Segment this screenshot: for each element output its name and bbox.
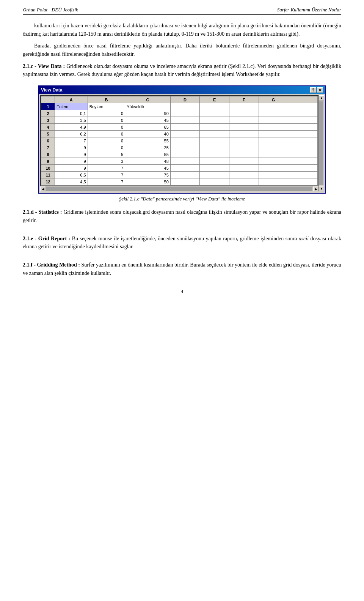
header-right: Surfer Kullanımı Üzerine Notlar [277,7,341,13]
row-num-2: 2 [41,110,55,117]
scrollbar-right-btn[interactable]: ▶ [313,186,318,192]
col-header-rownum [41,96,55,103]
cell-10c: 45 [125,165,171,172]
cell-5a: 6,2 [55,131,88,137]
col-header-row: A B C D E F G [41,96,318,103]
cell-11d [170,172,200,178]
cell-5h [288,131,318,137]
cell-12g [259,178,288,185]
paragraph-6: 2.1.f - Gridding Method : Surfer yazılım… [23,261,341,277]
view-data-dialog: View Data ? ✕ A B [38,85,326,194]
cell-12c: 50 [125,178,171,185]
col-header-a: A [55,96,88,103]
cell-6c: 55 [125,137,171,144]
table-row: 8 9 5 55 [41,151,318,158]
paragraph-4: 2.1.d - Statistics : Gridleme işleminden… [23,208,341,224]
scrollbar-track-h[interactable] [46,187,312,191]
spreadsheet-table: A B C D E F G [41,96,318,185]
dialog-titlebar-buttons: ? ✕ [310,87,323,93]
scrollbar-horizontal[interactable]: ◀ ▶ [40,186,318,191]
cell-4c: 65 [125,124,171,131]
row-num-5: 5 [41,131,55,137]
section-heading-2-1-e: 2.1.e - Grid Report : [23,236,70,241]
cell-8c: 55 [125,151,171,158]
cell-4d [170,124,200,131]
cell-1b: Boylam [88,103,125,110]
col-header-c: C [125,96,171,103]
cell-10a: 9 [55,165,88,172]
cell-2b: 0 [88,110,125,117]
cell-4g [259,124,288,131]
cell-9a: 9 [55,158,88,165]
cell-1e [200,103,229,110]
cell-10b: 7 [88,165,125,172]
cell-7g [259,144,288,151]
table-row: 4 4,9 0 65 [41,124,318,131]
cell-8f [229,151,259,158]
cell-11c: 75 [125,172,171,178]
cell-12b: 7 [88,178,125,185]
cell-7a: 9 [55,144,88,151]
scrollbar-up-btn[interactable]: ▲ [319,95,324,101]
cell-1a[interactable]: Enlem [55,103,88,110]
cell-4b: 0 [88,124,125,131]
cell-12a: 4,5 [55,178,88,185]
cell-3f [229,117,259,124]
cell-1f [229,103,259,110]
underlined-text: Surfer yazılımının en önemli kısımlarınd… [82,262,189,268]
row-num-11: 11 [41,172,55,178]
cell-4a: 4,9 [55,124,88,131]
cell-10h [288,165,318,172]
cell-2d [170,110,200,117]
row-num-7: 7 [41,144,55,151]
fig-caption: Şekil 2.1.c "Data" penceresinde veriyi "… [23,196,341,202]
dialog-help-button[interactable]: ? [310,87,316,93]
cell-2c: 90 [125,110,171,117]
row-num-6: 6 [41,137,55,144]
scrollbar-vertical[interactable]: ▲ ▼ [318,95,324,191]
cell-10d [170,165,200,172]
scrollbar-left-btn[interactable]: ◀ [40,186,46,192]
page-number: 4 [23,289,341,295]
cell-3b: 0 [88,117,125,124]
cell-11b: 7 [88,172,125,178]
section-heading-2-1-d: 2.1.d - Statistics : [23,209,62,215]
cell-11g [259,172,288,178]
cell-8d [170,151,200,158]
cell-7h [288,144,318,151]
cell-12e [200,178,229,185]
cell-3a: 3,5 [55,117,88,124]
row-num-8: 8 [41,151,55,158]
cell-3e [200,117,229,124]
dialog-body: A B C D E F G [39,94,325,193]
table-row: 5 6,2 0 40 [41,131,318,137]
table-row: 6 7 0 55 [41,137,318,144]
scrollbar-down-btn[interactable]: ▼ [319,186,324,191]
col-header-d: D [170,96,200,103]
cell-8e [200,151,229,158]
cell-7d [170,144,200,151]
table-row: 12 4,5 7 50 [41,178,318,185]
cell-9f [229,158,259,165]
cell-10e [200,165,229,172]
dialog-close-button[interactable]: ✕ [317,87,323,93]
cell-1g [259,103,288,110]
cell-9g [259,158,288,165]
cell-5e [200,131,229,137]
cell-1h [288,103,318,110]
cell-8b: 5 [88,151,125,158]
cell-10g [259,165,288,172]
cell-12h [288,178,318,185]
cell-8a: 9 [55,151,88,158]
col-header-e: E [200,96,229,103]
cell-6h [288,137,318,144]
cell-2e [200,110,229,117]
cell-3h [288,117,318,124]
spreadsheet-wrapper: A B C D E F G [40,95,318,186]
cell-5d [170,131,200,137]
table-row: 2 0,1 0 90 [41,110,318,117]
cell-6e [200,137,229,144]
scrollbar-track-v[interactable] [319,101,323,185]
cell-9e [200,158,229,165]
cell-6b: 0 [88,137,125,144]
